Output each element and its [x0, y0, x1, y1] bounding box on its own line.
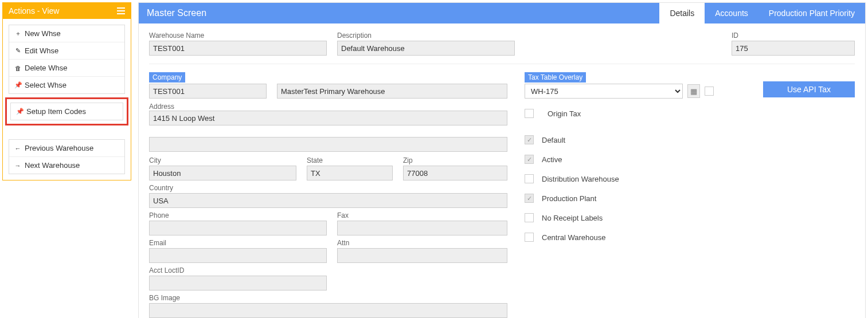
check-label: Distribution Warehouse: [542, 175, 619, 183]
attn-label: Attn: [337, 239, 507, 247]
bg-input[interactable]: [149, 303, 507, 318]
arrow-left-icon: ←: [14, 145, 21, 152]
action-label: Edit Whse: [25, 46, 58, 55]
action-new-whse[interactable]: ＋ New Whse: [9, 25, 124, 42]
tax-table-select[interactable]: WH-175: [525, 84, 683, 99]
action-label: Next Warehouse: [25, 161, 80, 170]
card-header: Master Screen Details Accounts Productio…: [139, 3, 865, 23]
actions-title: Actions - View: [9, 6, 59, 15]
company-name-input[interactable]: [277, 84, 507, 99]
action-label: Delete Whse: [25, 64, 67, 72]
address1-input[interactable]: [149, 111, 507, 125]
email-label: Email: [149, 239, 327, 247]
pencil-icon: ✎: [14, 47, 21, 54]
action-label: Select Whse: [25, 81, 67, 89]
check-distribution-warehouse[interactable]: Distribution Warehouse: [525, 174, 714, 183]
city-label: City: [149, 156, 296, 164]
tab-production-plant-priority[interactable]: Production Plant Priority: [758, 3, 865, 23]
check-default[interactable]: ✓ Default: [525, 135, 714, 144]
zip-input[interactable]: [403, 166, 507, 180]
checkbox-icon: [525, 174, 534, 183]
action-delete-whse[interactable]: 🗑 Delete Whse: [9, 60, 124, 77]
email-input[interactable]: [149, 248, 327, 263]
card-title: Master Screen: [147, 3, 206, 23]
tab-accounts[interactable]: Accounts: [705, 3, 758, 23]
warehouse-name-input[interactable]: [149, 41, 327, 56]
checkbox-icon: [525, 213, 534, 222]
check-no-receipt-labels[interactable]: No Receipt Labels: [525, 213, 714, 222]
state-input[interactable]: [307, 166, 393, 180]
check-active[interactable]: ✓ Active: [525, 155, 714, 164]
check-label: Production Plant: [542, 194, 596, 203]
country-label: Country: [149, 184, 507, 192]
check-label: Central Warehouse: [542, 233, 606, 242]
plus-icon: ＋: [14, 29, 21, 38]
description-label: Description: [337, 32, 515, 40]
tab-details[interactable]: Details: [659, 3, 705, 23]
actions-header: Actions - View: [3, 3, 131, 19]
action-edit-whse[interactable]: ✎ Edit Whse: [9, 42, 124, 60]
fax-input[interactable]: [337, 221, 507, 235]
pin-icon: 📌: [16, 108, 23, 115]
tax-badge: Tax Table Overlay: [525, 72, 586, 83]
phone-input[interactable]: [149, 221, 327, 235]
company-code-input[interactable]: [149, 84, 267, 99]
action-label: Previous Warehouse: [25, 144, 93, 152]
check-label: Default: [542, 136, 565, 144]
fax-label: Fax: [337, 211, 507, 219]
company-badge: Company: [149, 72, 185, 83]
actions-group-main: ＋ New Whse ✎ Edit Whse 🗑 Delete Whse 📌 S…: [9, 25, 125, 94]
actions-panel: Actions - View ＋ New Whse ✎ Edit Whse 🗑 …: [2, 2, 131, 180]
actions-group-nav: ← Previous Warehouse → Next Warehouse: [9, 139, 125, 174]
grid-icon[interactable]: ▦: [687, 84, 700, 98]
checkbox-icon: [525, 233, 534, 242]
check-label: Active: [542, 155, 562, 164]
action-next-warehouse[interactable]: → Next Warehouse: [9, 157, 124, 174]
checks-section: ✓ Default ✓ Active Distribution Warehous…: [525, 135, 714, 242]
check-label: No Receipt Labels: [542, 214, 603, 222]
country-input[interactable]: [149, 193, 507, 208]
acct-input[interactable]: [149, 276, 327, 290]
origin-tax-checkbox[interactable]: [525, 109, 534, 118]
bg-label: BG Image: [149, 294, 507, 302]
id-label: ID: [732, 32, 855, 40]
actions-highlight: 📌 Setup Item Codes: [5, 97, 128, 125]
phone-label: Phone: [149, 211, 327, 219]
checkbox-icon: ✓: [525, 155, 534, 164]
action-select-whse[interactable]: 📌 Select Whse: [9, 77, 124, 93]
arrow-right-icon: →: [14, 162, 21, 169]
pin-icon: 📌: [14, 81, 21, 89]
action-setup-item-codes[interactable]: 📌 Setup Item Codes: [11, 103, 123, 120]
tax-extra-checkbox[interactable]: [705, 87, 714, 96]
action-label: Setup Item Codes: [26, 107, 86, 116]
zip-label: Zip: [403, 156, 507, 164]
menu-icon[interactable]: [117, 7, 125, 14]
city-input[interactable]: [149, 166, 296, 180]
main-card: Master Screen Details Accounts Productio…: [138, 2, 866, 318]
action-label: New Whse: [25, 29, 61, 38]
attn-input[interactable]: [337, 248, 507, 263]
address-label: Address: [149, 103, 174, 111]
description-input[interactable]: [337, 41, 515, 56]
acct-label: Acct LoctID: [149, 266, 327, 274]
checkbox-icon: ✓: [525, 135, 534, 144]
trash-icon: 🗑: [14, 65, 21, 72]
use-api-tax-button[interactable]: Use API Tax: [763, 81, 855, 97]
company-section: Company Address City: [149, 72, 507, 318]
checkbox-icon: ✓: [525, 194, 534, 203]
id-input[interactable]: [732, 41, 855, 56]
origin-tax-label: Origin Tax: [548, 109, 581, 118]
check-central-warehouse[interactable]: Central Warehouse: [525, 233, 714, 242]
address2-input[interactable]: [149, 137, 507, 152]
warehouse-name-label: Warehouse Name: [149, 32, 327, 40]
tabs: Details Accounts Production Plant Priori…: [659, 3, 865, 23]
action-prev-warehouse[interactable]: ← Previous Warehouse: [9, 140, 124, 157]
state-label: State: [307, 156, 393, 164]
check-production-plant[interactable]: ✓ Production Plant: [525, 194, 714, 203]
